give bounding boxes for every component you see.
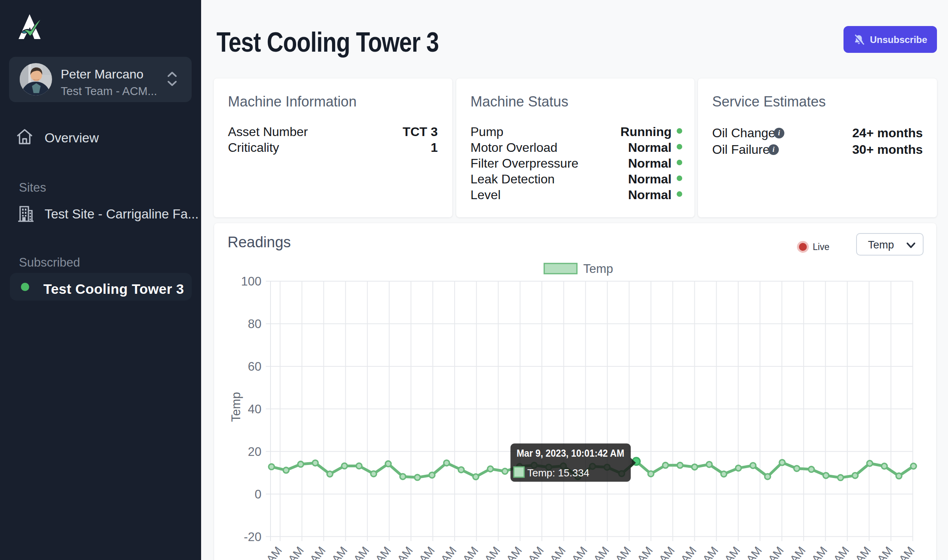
- svg-text:AM: AM: [547, 544, 568, 560]
- svg-text:AM: AM: [634, 544, 655, 560]
- svg-text:AM: AM: [700, 544, 720, 560]
- svg-text:AM: AM: [678, 544, 699, 560]
- svg-text:AM: AM: [788, 544, 808, 560]
- svg-text:-20: -20: [244, 530, 261, 544]
- svg-text:AM: AM: [460, 544, 481, 560]
- svg-text:AM: AM: [569, 544, 590, 560]
- svg-text:AM: AM: [439, 544, 459, 560]
- svg-text:Mar 9, 2023, 10:01:42 AM: Mar 9, 2023, 10:01:42 AM: [517, 447, 624, 459]
- svg-text:AM: AM: [591, 544, 612, 560]
- svg-text:AM: AM: [809, 544, 830, 560]
- svg-text:Temp: 15.334: Temp: 15.334: [527, 467, 590, 479]
- svg-text:100: 100: [241, 274, 261, 288]
- svg-text:AM: AM: [482, 544, 502, 560]
- svg-text:AM: AM: [722, 544, 743, 560]
- svg-text:AM: AM: [286, 544, 306, 560]
- svg-text:40: 40: [248, 402, 261, 416]
- svg-text:AM: AM: [613, 544, 633, 560]
- svg-text:60: 60: [248, 360, 261, 373]
- svg-text:AM: AM: [416, 544, 437, 560]
- svg-text:AM: AM: [744, 544, 764, 560]
- svg-text:AM: AM: [657, 544, 677, 560]
- svg-text:AM: AM: [373, 544, 394, 560]
- svg-text:AM: AM: [351, 544, 371, 560]
- svg-text:AM: AM: [395, 544, 415, 560]
- svg-text:AM: AM: [853, 544, 873, 560]
- svg-text:AM: AM: [329, 544, 350, 560]
- svg-text:Temp: Temp: [583, 262, 613, 276]
- svg-text:AM: AM: [896, 544, 917, 560]
- svg-text:Temp: Temp: [229, 392, 243, 422]
- svg-text:AM: AM: [875, 544, 895, 560]
- svg-text:AM: AM: [308, 544, 328, 560]
- svg-text:80: 80: [248, 317, 261, 331]
- svg-text:AM: AM: [765, 544, 786, 560]
- svg-text:AM: AM: [831, 544, 851, 560]
- svg-text:AM: AM: [264, 544, 284, 560]
- svg-text:20: 20: [248, 445, 261, 459]
- svg-text:AM: AM: [526, 544, 546, 560]
- svg-text:AM: AM: [504, 544, 524, 560]
- svg-text:0: 0: [255, 487, 261, 501]
